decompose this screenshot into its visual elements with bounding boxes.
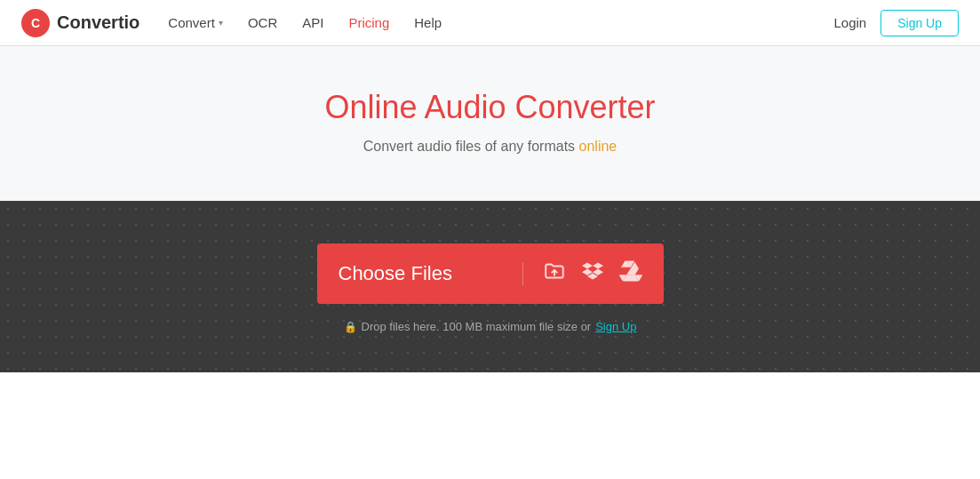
header-actions: Login Sign Up xyxy=(833,10,959,36)
page-title: Online Audio Converter xyxy=(324,89,655,126)
login-button[interactable]: Login xyxy=(833,15,866,30)
lock-icon: 🔒 xyxy=(344,321,357,333)
choose-files-label: Choose Files xyxy=(339,262,523,285)
local-file-icon[interactable] xyxy=(543,259,566,288)
nav: Convert ▾ OCR API Pricing Help xyxy=(168,15,833,30)
drop-hint: 🔒 Drop files here. 100 MB maximum file s… xyxy=(344,320,637,333)
file-icons xyxy=(523,259,642,288)
nav-item-ocr[interactable]: OCR xyxy=(248,15,277,30)
nav-item-convert[interactable]: Convert ▾ xyxy=(168,15,223,30)
dropbox-icon[interactable] xyxy=(582,260,603,287)
logo-area[interactable]: C Convertio xyxy=(21,9,139,37)
google-drive-icon[interactable] xyxy=(619,260,642,287)
choose-files-bar[interactable]: Choose Files xyxy=(317,243,664,304)
nav-item-help[interactable]: Help xyxy=(414,15,442,30)
hero-subtitle: Convert audio files of any formats onlin… xyxy=(363,139,617,155)
logo-text: Convertio xyxy=(57,12,139,33)
svg-marker-4 xyxy=(593,262,603,268)
header: C Convertio Convert ▾ OCR API Pricing He… xyxy=(0,0,980,46)
chevron-down-icon: ▾ xyxy=(219,18,223,28)
hero-section: Online Audio Converter Convert audio fil… xyxy=(0,46,980,201)
nav-item-api[interactable]: API xyxy=(302,15,323,30)
signup-button[interactable]: Sign Up xyxy=(880,10,959,36)
svg-marker-3 xyxy=(582,262,593,268)
logo-icon: C xyxy=(21,9,50,37)
upload-section: Choose Files xyxy=(0,201,980,372)
nav-item-pricing[interactable]: Pricing xyxy=(348,15,389,30)
svg-text:C: C xyxy=(31,16,40,30)
drop-hint-signup-link[interactable]: Sign Up xyxy=(595,320,636,333)
